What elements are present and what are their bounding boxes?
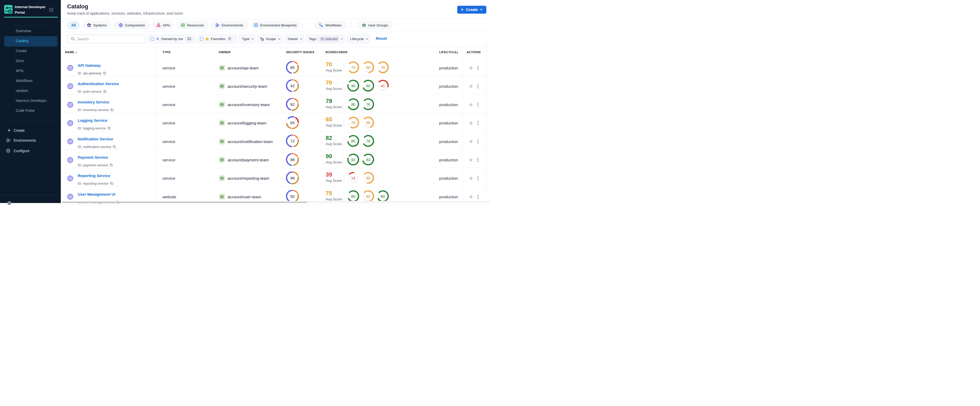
svg-text:98: 98	[290, 176, 295, 180]
svg-text:70: 70	[351, 121, 355, 125]
svg-text:83: 83	[366, 157, 370, 162]
svg-text:60: 60	[366, 65, 370, 70]
svg-text:85: 85	[351, 139, 355, 143]
svg-text:41: 41	[381, 84, 385, 88]
svg-text:88: 88	[290, 157, 295, 162]
svg-text:92: 92	[351, 157, 355, 162]
svg-text:50: 50	[290, 194, 295, 198]
svg-text:65: 65	[290, 121, 295, 125]
svg-text:80: 80	[351, 194, 355, 198]
svg-text:65: 65	[366, 194, 370, 198]
svg-text:90: 90	[351, 84, 355, 88]
svg-text:65: 65	[366, 176, 370, 180]
svg-text:42: 42	[290, 84, 295, 88]
svg-text:75: 75	[351, 65, 355, 70]
svg-text:80: 80	[366, 84, 370, 88]
svg-text:72: 72	[290, 139, 295, 143]
svg-text:92: 92	[290, 102, 295, 106]
svg-text:75: 75	[381, 65, 385, 70]
svg-text:14: 14	[351, 176, 355, 180]
svg-text:55: 55	[366, 121, 370, 125]
svg-text:?: ?	[9, 202, 10, 203]
svg-text:80: 80	[351, 102, 355, 106]
svg-text:80: 80	[381, 194, 385, 198]
svg-text:76: 76	[366, 102, 370, 106]
svg-text:65: 65	[290, 65, 295, 70]
svg-text:78: 78	[366, 139, 370, 143]
